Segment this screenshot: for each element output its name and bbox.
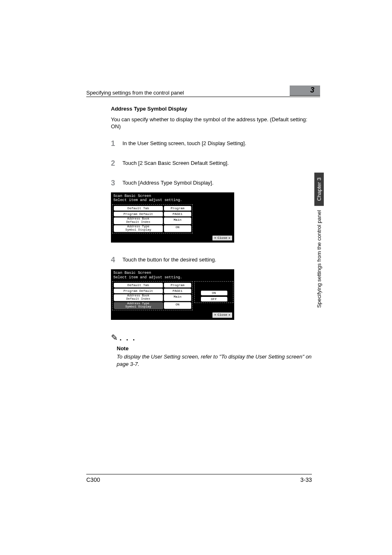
screen-title-line1: Scan Basic Screen (113, 271, 232, 275)
chapter-number: 3 (290, 86, 320, 96)
step-4: 4 Touch the button for the desired setti… (111, 255, 312, 265)
screen-title-line1: Scan Basic Screen (113, 194, 232, 199)
close-label: Close (217, 313, 227, 317)
expand-icon: ▸ (228, 236, 231, 240)
program-default-button[interactable]: Program Default (114, 212, 163, 216)
address-type-symbol-button-selected[interactable]: Address TypeSymbol Display (114, 302, 163, 309)
screenshot-scan-basic-1: Scan Basic Screen Select item and adjust… (111, 192, 234, 243)
section-heading: Address Type Symbol Display (111, 105, 312, 113)
note-label: Note (117, 345, 312, 352)
close-icon: ✕ (214, 313, 216, 317)
step-number: 4 (111, 255, 122, 265)
page: Specifying settings from the control pan… (0, 0, 392, 555)
side-tab-title: Specifying settings from the control pan… (315, 208, 323, 310)
close-button[interactable]: ✕ Close ▸ (212, 235, 233, 241)
close-button[interactable]: ✕ Close ▸ (212, 312, 233, 318)
step-number: 2 (111, 158, 122, 168)
settings-list: Default Tab Program Program Default PAGE… (112, 281, 193, 310)
default-tab-value: Program (164, 206, 191, 210)
intro-paragraph: You can specify whether to display the s… (111, 116, 312, 130)
address-book-index-value: Main (164, 294, 191, 301)
screen-title: Scan Basic Screen Select item and adjust… (111, 269, 234, 281)
step-1: 1 In the User Setting screen, touch [2 D… (111, 139, 312, 148)
page-footer: C300 3-33 (86, 474, 312, 483)
on-button[interactable]: ON (201, 291, 227, 295)
step-text: Touch the button for the desired setting… (122, 255, 216, 265)
ellipsis-icon: . . . (120, 333, 136, 343)
screen-title-line2: Select item and adjust setting. (113, 275, 232, 280)
address-type-symbol-button[interactable]: Address TypeSymbol Display (114, 225, 163, 232)
step-number: 1 (111, 139, 122, 148)
program-default-button[interactable]: Program Default (114, 289, 163, 293)
step-number: 3 (111, 178, 122, 188)
default-tab-value: Program (164, 283, 191, 287)
screen-title-line2: Select item and adjust setting. (113, 198, 232, 203)
step-text: Touch [Address Type Symbol Display]. (122, 178, 214, 188)
program-default-value: PAGE1 (164, 289, 191, 293)
screen-title: Scan Basic Screen Select item and adjust… (111, 192, 234, 204)
running-header: Specifying settings from the control pan… (86, 86, 320, 97)
settings-list: Default Tab Program Program Default PAGE… (112, 204, 193, 234)
default-tab-button[interactable]: Default Tab (114, 283, 163, 287)
content: Address Type Symbol Display You can spec… (111, 105, 312, 368)
step-text: Touch [2 Scan Basic Screen Default Setti… (122, 158, 229, 168)
address-book-index-button[interactable]: Address BookDefault Index (114, 294, 163, 301)
header-title: Specifying settings from the control pan… (86, 90, 184, 96)
screenshot-scan-basic-2: Scan Basic Screen Select item and adjust… (111, 269, 234, 320)
side-tab: Specifying settings from the control pan… (314, 173, 324, 310)
note-text: To display the User Setting screen, refe… (117, 353, 312, 368)
footer-model: C300 (86, 476, 100, 483)
step-text: In the User Setting screen, touch [2 Dis… (122, 139, 246, 148)
expand-icon: ▸ (228, 313, 231, 317)
address-book-index-button[interactable]: Address BookDefault Index (114, 217, 163, 224)
note-block: ✎ . . . Note To display the User Setting… (111, 332, 312, 368)
off-button[interactable]: OFF (201, 297, 227, 301)
side-tab-chapter: Chapter 3 (314, 173, 324, 206)
job-setting-panel: Job Setting ON OFF (194, 281, 233, 310)
note-hand-icon: ✎ (111, 332, 118, 343)
close-icon: ✕ (214, 236, 216, 240)
address-book-index-value: Main (164, 217, 191, 224)
default-tab-button[interactable]: Default Tab (114, 206, 163, 210)
step-2: 2 Touch [2 Scan Basic Screen Default Set… (111, 158, 312, 168)
address-type-symbol-value: ON (164, 302, 191, 309)
step-3: 3 Touch [Address Type Symbol Display]. (111, 178, 312, 188)
address-type-symbol-value: ON (164, 225, 191, 232)
close-label: Close (217, 236, 227, 240)
job-setting-label: Job Setting (196, 283, 232, 288)
footer-page: 3-33 (300, 476, 312, 483)
program-default-value: PAGE1 (164, 212, 191, 216)
